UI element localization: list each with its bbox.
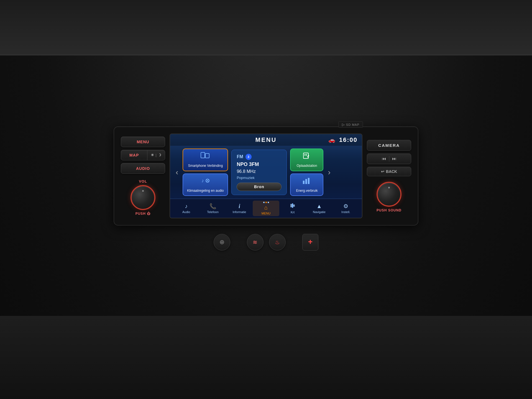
head-unit: MENU MAP ☀ | ☽ AUDIO VOL	[114, 126, 418, 226]
tile-climate[interactable]: ♪ Klimaatregeling en audio	[183, 173, 228, 196]
night-icon: ☽	[158, 153, 162, 157]
audio-nav-icon: ♪	[185, 203, 188, 209]
navigatie-nav-label: Navigatie	[313, 210, 326, 214]
car-interior: ▷ SD MAP MENU MAP ☀ | ☽	[0, 0, 532, 399]
brightness-toggle[interactable]: ☀ | ☽	[147, 150, 165, 160]
nav-item-instell[interactable]: ⚙ Instell.	[332, 202, 359, 215]
menu-button-label: MENU	[137, 140, 149, 144]
bron-button[interactable]: Bron	[237, 183, 282, 191]
climate-tile-label: Klimaatregeling en audio	[187, 189, 224, 193]
next-button[interactable]: ⏭	[392, 156, 397, 161]
nav-item-telefoon[interactable]: 📞 Telefoon	[200, 202, 226, 215]
instell-nav-label: Instell.	[341, 210, 350, 214]
screen-content: ‹	[170, 146, 362, 199]
screen-navbar: ♪ Audio 📞 Telefoon i Informatie	[170, 199, 362, 218]
right-controls: CAMERA ⏮ ⏭ ↩ BACK PUSH SOUND	[367, 140, 411, 212]
prev-button[interactable]: ⏮	[382, 156, 386, 161]
dashboard-top	[0, 0, 532, 55]
informatie-nav-icon: i	[239, 203, 240, 209]
radio-station: NPO 3FM	[237, 162, 282, 167]
svg-rect-11	[303, 181, 305, 184]
radio-badge: 3	[245, 154, 252, 160]
sd-card-slot: ▷ SD MAP	[338, 121, 363, 128]
back-arrow-icon: ↩	[381, 169, 384, 174]
nav-item-navigatie[interactable]: ▲ Navigatie	[306, 202, 332, 215]
sd-label: SD MAP	[346, 123, 359, 126]
main-screen: MENU 🚗 16:00 ‹	[170, 134, 362, 218]
nav-item-informatie[interactable]: i Informatie	[226, 202, 253, 215]
svg-rect-1	[205, 154, 209, 158]
dot-3	[268, 202, 269, 203]
map-label: MAP	[121, 150, 147, 160]
krt-nav-label: Krt	[291, 211, 295, 214]
camera-button-label: CAMERA	[378, 143, 400, 148]
svg-rect-15	[292, 203, 293, 208]
plus-btn[interactable]: +	[302, 234, 318, 250]
time-display: 16:00	[339, 136, 357, 144]
volume-knob[interactable]	[131, 185, 155, 210]
nav-item-audio[interactable]: ♪ Audio	[173, 202, 200, 215]
audio-button[interactable]: AUDIO	[121, 163, 165, 174]
nav-arrow-right[interactable]: ›	[327, 168, 331, 177]
svg-rect-12	[305, 179, 307, 184]
nav-arrow-left[interactable]: ‹	[175, 168, 179, 177]
climate-rotate-btn[interactable]: ⊕	[214, 234, 230, 250]
audio-nav-label: Audio	[182, 210, 190, 214]
oplaadstation-icon	[302, 152, 312, 162]
radio-band: FM	[237, 154, 243, 159]
nav-item-menu[interactable]: ⌂ MENU	[253, 201, 279, 216]
push-label: PUSH ⏻	[135, 212, 151, 216]
oplaadstation-label: Oplaadstation	[296, 164, 317, 168]
push-text: PUSH ⏻	[135, 212, 151, 216]
radio-panel: FM 3 NPO 3FM 96.8 MHz Popmuziek Bron	[231, 150, 287, 195]
dashboard-bottom	[0, 316, 532, 399]
nav-item-krt[interactable]: Krt	[279, 202, 306, 215]
menu-button[interactable]: MENU	[121, 137, 165, 147]
heat-front-btn[interactable]: ♨	[269, 234, 286, 250]
heat-front-icon: ♨	[275, 239, 280, 245]
camera-button[interactable]: CAMERA	[367, 140, 411, 151]
smartphone-tile-label: Smartphone Verbinding	[188, 164, 223, 168]
menu-nav-icon: ⌂	[264, 204, 268, 211]
tile-energieverbruik[interactable]: Energ.verbruik	[290, 173, 323, 196]
svg-rect-7	[303, 153, 308, 158]
menu-nav-label: MENU	[262, 212, 270, 215]
screen-inner: MENU 🚗 16:00 ‹	[170, 134, 362, 218]
navigatie-nav-icon: ▲	[316, 203, 322, 209]
energieverbruik-icon	[302, 177, 312, 187]
vol-section-right: PUSH SOUND	[377, 182, 401, 212]
tiles-right: Oplaadstation	[290, 149, 323, 196]
sound-knob[interactable]	[377, 182, 401, 207]
tiles-left: Smartphone Verbinding ♪	[183, 149, 228, 196]
dot-1	[263, 202, 265, 203]
dot-2	[265, 202, 267, 203]
push-sound-label: PUSH SOUND	[377, 208, 401, 212]
back-button-label: BACK	[386, 169, 397, 174]
tile-oplaadstation[interactable]: Oplaadstation	[290, 149, 323, 171]
svg-rect-13	[308, 178, 310, 184]
vol-label: VOL	[139, 179, 147, 183]
map-button[interactable]: MAP ☀ | ☽	[121, 150, 165, 160]
radio-genre: Popmuziek	[237, 176, 282, 180]
telefoon-nav-label: Telefoon	[207, 210, 219, 214]
nav-dots	[263, 202, 269, 203]
bottom-panel: ⊕ ≋ ♨ +	[186, 234, 346, 250]
audio-button-label: AUDIO	[136, 166, 150, 171]
back-button[interactable]: ↩ BACK	[367, 167, 411, 176]
radio-freq: 96.8 MHz	[237, 169, 282, 174]
tile-smartphone[interactable]: Smartphone Verbinding	[183, 149, 228, 171]
media-controls[interactable]: ⏮ ⏭	[367, 154, 411, 164]
connectivity-icon: 🚗	[328, 137, 335, 143]
svg-rect-0	[201, 152, 205, 158]
svg-rect-16	[293, 204, 295, 207]
media-divider	[389, 156, 389, 162]
screen-title: MENU	[236, 136, 296, 144]
head-unit-wrapper: ▷ SD MAP MENU MAP ☀ | ☽	[114, 126, 418, 226]
heat-rear-btn[interactable]: ≋	[247, 234, 264, 250]
climate-fan-icon: ⊕	[219, 239, 224, 246]
informatie-nav-label: Informatie	[233, 210, 246, 214]
energieverbruik-label: Energ.verbruik	[296, 189, 318, 193]
telefoon-nav-icon: 📞	[209, 203, 216, 209]
vol-section: VOL PUSH ⏻	[121, 179, 165, 216]
svg-text:♪: ♪	[201, 178, 204, 183]
